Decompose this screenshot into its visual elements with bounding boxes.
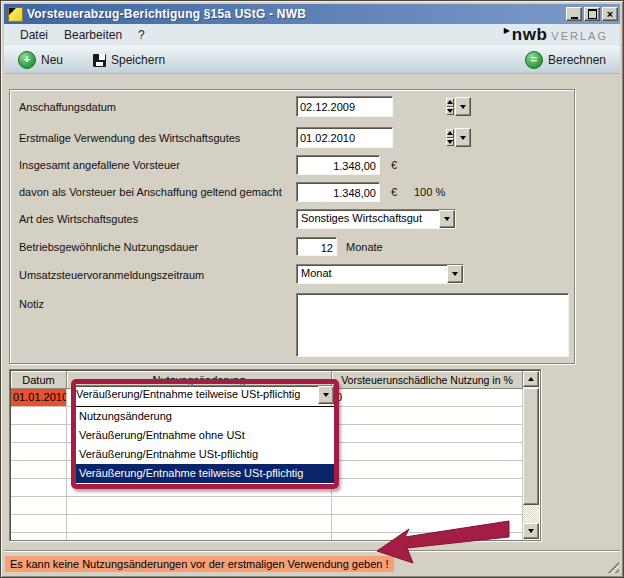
table-row — [11, 497, 523, 515]
euro-sign: € — [391, 186, 397, 198]
dropdown-option[interactable]: Veräußerung/Entnahme ohne USt — [75, 426, 336, 445]
spin-up-icon — [447, 100, 453, 104]
menubar: Datei Bearbeiten ? ▶ nwb VERLAG — [4, 24, 620, 46]
logo-brand: nwb — [512, 25, 548, 45]
anschaffungsdatum-field[interactable] — [296, 96, 393, 117]
berechnen-label: Berechnen — [548, 53, 606, 67]
combo-dropdown-button[interactable] — [318, 386, 334, 404]
combobox-dropdown-list: Nutzungsänderung Veräußerung/Entnahme oh… — [74, 406, 337, 486]
erstverwendung-input[interactable] — [297, 128, 445, 147]
speichern-button[interactable]: Speichern — [87, 51, 171, 69]
scroll-up-icon — [528, 377, 534, 381]
vorsteuer-gesamt-input[interactable] — [297, 157, 379, 175]
vertical-scrollbar[interactable] — [523, 371, 539, 539]
spin-up-button[interactable] — [446, 129, 454, 138]
statusbar: Es kann keine Nutzungsänderungen vor der… — [4, 552, 620, 576]
minimize-icon — [571, 17, 578, 19]
chevron-down-icon — [323, 393, 329, 397]
nutzungsdauer-input[interactable] — [297, 240, 336, 257]
erstverwendung-spinner — [446, 129, 454, 146]
label-nutzungsdauer: Betriebsgewöhnliche Nutzungsdauer — [19, 241, 198, 253]
menu-help[interactable]: ? — [130, 25, 153, 45]
logo-suffix: VERLAG — [551, 30, 608, 42]
dropdown-option[interactable]: Veräußerung/Entnahme USt-pflichtig — [75, 445, 336, 464]
spin-down-button[interactable] — [446, 138, 454, 147]
maximize-icon — [588, 9, 597, 19]
spin-up-button[interactable] — [446, 98, 454, 107]
equals-icon: = — [525, 51, 543, 69]
scrollbar-thumb[interactable] — [523, 388, 539, 505]
maximize-button[interactable] — [584, 7, 600, 21]
dropdown-option[interactable]: Nutzungsänderung — [75, 407, 336, 426]
vorsteuer-geltend-field[interactable] — [296, 182, 380, 202]
close-icon: × — [607, 9, 613, 19]
spin-down-button[interactable] — [446, 107, 454, 116]
nwb-verlag-logo: ▶ nwb VERLAG — [504, 25, 608, 45]
date-dropdown-button[interactable] — [455, 128, 471, 147]
berechnen-button[interactable]: = Berechnen — [519, 49, 612, 71]
nutzungsdauer-field[interactable] — [296, 237, 337, 256]
label-notiz: Notiz — [19, 298, 44, 310]
close-button[interactable]: × — [602, 7, 618, 21]
window-controls: × — [566, 7, 618, 21]
chevron-down-icon — [460, 136, 466, 140]
app-icon — [8, 7, 23, 22]
art-combobox[interactable]: Sonstiges Wirtschaftsgut — [296, 209, 456, 229]
scroll-down-icon — [528, 529, 534, 533]
neu-button[interactable]: + Neu — [12, 49, 69, 71]
app-window: Vorsteuerabzug-Berichtigung §15a UStG - … — [0, 0, 624, 578]
vorsteuer-gesamt-field[interactable] — [296, 155, 380, 175]
voranmeldung-value: Monat — [297, 265, 447, 283]
art-value: Sonstiges Wirtschaftsgut — [297, 210, 439, 228]
combo-dropdown-button[interactable] — [439, 210, 455, 228]
menu-bearbeiten[interactable]: Bearbeiten — [56, 25, 130, 45]
spin-down-icon — [447, 140, 453, 144]
menu-datei[interactable]: Datei — [12, 25, 56, 45]
label-erstverwendung: Erstmalige Verwendung des Wirtschaftsgut… — [19, 132, 240, 144]
label-art: Art des Wirtschaftsgutes — [19, 213, 138, 225]
monate-suffix: Monate — [346, 241, 383, 253]
erstverwendung-field[interactable] — [296, 127, 393, 148]
spin-down-icon — [447, 109, 453, 113]
chevron-down-icon — [460, 105, 466, 109]
cell-prozent[interactable]: 0 — [332, 389, 523, 407]
header-datum[interactable]: Datum — [11, 371, 67, 389]
label-vorsteuer-gesamt: Insgesamt angefallene Vorsteuer — [19, 159, 180, 171]
logo-arrow-icon: ▶ — [504, 26, 510, 35]
status-message: Es kann keine Nutzungsänderungen vor der… — [5, 556, 394, 572]
speichern-label: Speichern — [111, 53, 165, 67]
combobox-value: Veräußerung/Entnahme teilweise USt-pflic… — [72, 386, 318, 404]
voranmeldung-combobox[interactable]: Monat — [296, 264, 464, 284]
chevron-down-icon — [452, 272, 458, 276]
dropdown-option-selected[interactable]: Veräußerung/Entnahme teilweise USt-pflic… — [75, 464, 336, 483]
anschaffungsdatum-spinner — [446, 98, 454, 115]
toolbar: + Neu Speichern = Berechnen — [4, 46, 620, 74]
vorsteuer-geltend-input[interactable] — [297, 184, 379, 202]
label-anschaffungsdatum: Anschaffungsdatum — [19, 101, 116, 113]
table-row — [11, 515, 523, 533]
floppy-disk-icon — [93, 54, 106, 67]
spin-up-icon — [447, 131, 453, 135]
notiz-textarea[interactable] — [296, 293, 569, 357]
header-prozent[interactable]: Vorsteuerunschädliche Nutzung in % — [332, 371, 523, 389]
percent-value: 100 % — [414, 186, 445, 198]
label-vorsteuer-geltend: davon als Vorsteuer bei Anschaffung gelt… — [19, 186, 282, 198]
euro-sign: € — [391, 159, 397, 171]
anschaffungsdatum-input[interactable] — [297, 97, 445, 116]
chevron-down-icon — [444, 217, 450, 221]
cell-datum[interactable]: 01.01.2010 — [11, 389, 67, 407]
combo-dropdown-button[interactable] — [447, 265, 463, 283]
neu-label: Neu — [41, 53, 63, 67]
label-voranmeldung: Umsatzsteuervoranmeldungszeitraum — [19, 269, 204, 281]
titlebar: Vorsteuerabzug-Berichtigung §15a UStG - … — [4, 4, 620, 24]
minimize-button[interactable] — [566, 7, 582, 21]
table-row — [11, 533, 523, 541]
plus-icon: + — [18, 51, 36, 69]
window-title: Vorsteuerabzug-Berichtigung §15a UStG - … — [27, 7, 566, 21]
scroll-up-button[interactable] — [523, 371, 539, 387]
nutzungsaenderung-combobox[interactable]: Veräußerung/Entnahme teilweise USt-pflic… — [71, 385, 335, 405]
date-dropdown-button[interactable] — [455, 97, 471, 116]
scroll-down-button[interactable] — [523, 523, 539, 539]
